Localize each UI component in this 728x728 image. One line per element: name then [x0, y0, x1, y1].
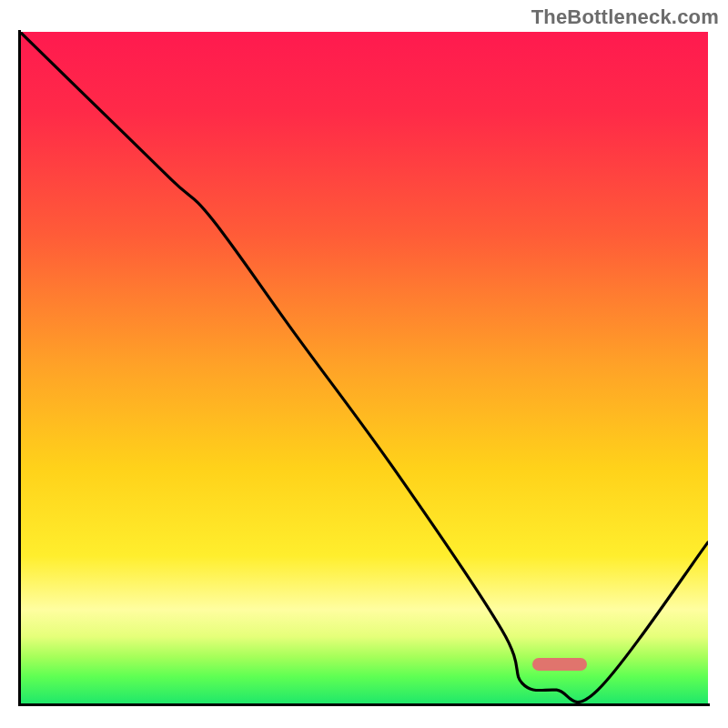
- x-axis-line: [18, 703, 710, 706]
- svg-rect-0: [532, 658, 587, 671]
- watermark-text: TheBottleneck.com: [531, 5, 719, 29]
- chart-stage: TheBottleneck.com: [0, 0, 728, 728]
- optimal-range-marker: [20, 32, 708, 703]
- plot-area: [20, 32, 708, 703]
- y-axis-line: [18, 30, 21, 705]
